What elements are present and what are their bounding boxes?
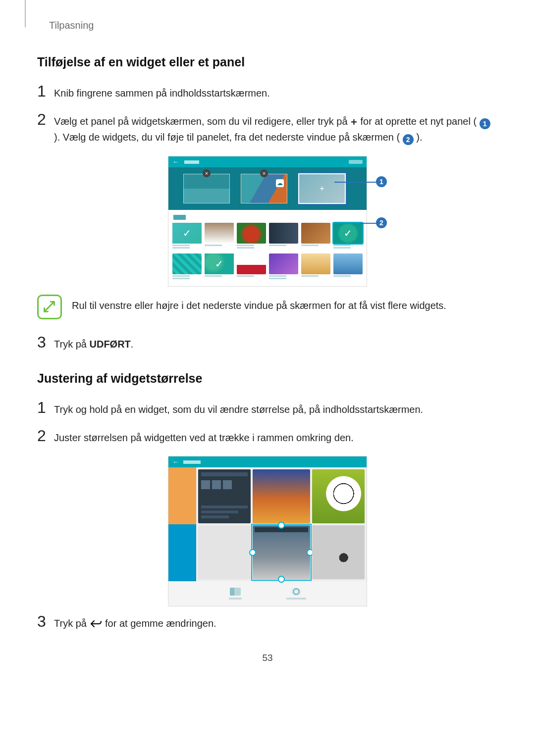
callout-dot-2: 2 (376, 217, 387, 228)
widget-caption (333, 245, 363, 251)
widget-caption (205, 275, 234, 281)
figure-resize-widget: ← (37, 456, 498, 606)
screenshot-widget-panel: ← × × ☁ + ✓ (168, 156, 367, 287)
step-number: 3 (37, 613, 54, 629)
bottombar-change-layout (286, 588, 306, 600)
step-number: 1 (37, 83, 54, 99)
step-2: 2 Juster størrelsen på widgetten ved at … (37, 428, 498, 445)
panels-row: × × ☁ + (168, 167, 367, 210)
widget-caption (172, 245, 202, 251)
check-icon: ✓ (333, 223, 363, 244)
steps-list-b: 1 Tryk og hold på en widget, som du vil … (37, 400, 498, 445)
plus-icon: + (351, 114, 357, 130)
remove-panel-icon: × (260, 169, 268, 177)
panel-2: × ☁ (241, 174, 287, 203)
step-number: 1 (37, 400, 54, 415)
back-icon (90, 617, 103, 633)
widgets-icon (230, 588, 241, 596)
widget-caption (172, 275, 202, 281)
callout-1-inline: 1 (480, 118, 490, 129)
step-number: 2 (37, 111, 54, 127)
leader-line-1 (334, 182, 378, 183)
fig1-topbar: ← (168, 156, 367, 167)
bottombar-widgets (229, 588, 242, 600)
fig2-body (168, 467, 367, 581)
steps-list-b-cont: 3 Tryk på for at gemme ændringen. (37, 613, 498, 633)
widget-tile-selected (253, 525, 311, 579)
widget-thumb (205, 223, 234, 244)
section-title-a: Tilføjelse af en widget eller et panel (37, 55, 498, 69)
widget-tile (198, 469, 251, 523)
text: ). (414, 132, 423, 143)
step-body: Tryk på for at gemme ændringen. (54, 613, 498, 633)
leader-line-2 (360, 223, 378, 224)
text: Tryk på (54, 339, 90, 350)
step-body: Juster størrelsen på widgetten ved at tr… (54, 428, 498, 445)
page-number: 53 (37, 653, 498, 663)
note-icon (37, 295, 62, 319)
step-body: Vælg et panel på widgetskærmen, som du v… (54, 111, 498, 145)
panel-1: × (183, 174, 230, 203)
widget-thumb (269, 223, 298, 244)
widget-tile (312, 469, 365, 523)
step-body: Tryk på UDFØRT. (54, 334, 498, 352)
section-title-b: Justering af widgetstørrelse (37, 371, 498, 386)
text: . (131, 339, 134, 350)
title-placeholder (183, 460, 201, 464)
widget-thumb (301, 223, 330, 244)
title-placeholder (184, 160, 199, 164)
widget-caption (205, 245, 234, 251)
text: for at oprette et nyt panel ( (358, 116, 480, 127)
steps-list-a: 1 Knib fingrene sammen på indholdsstarts… (37, 83, 498, 145)
widget-tile (312, 525, 365, 579)
step-3: 3 Tryk på for at gemme ændringen. (37, 613, 498, 633)
text: Vælg et panel på widgetskærmen, som du v… (54, 116, 350, 127)
margin-rule (25, 0, 26, 27)
widget-thumb (333, 253, 363, 274)
text: for at gemme ændringen. (103, 618, 216, 629)
check-icon: ✓ (205, 253, 234, 274)
label-placeholder (286, 598, 306, 600)
back-arrow-icon: ← (172, 458, 179, 466)
figure-widget-panel: ← × × ☁ + ✓ (37, 156, 498, 287)
callout-dot-1: 1 (376, 176, 387, 187)
manual-page: Tilpasning Tilføjelse af en widget eller… (0, 0, 535, 756)
bold-text: UDFØRT (90, 339, 131, 350)
widgets-area: ✓ ✓ ✓ (168, 210, 367, 286)
widget-grid (196, 467, 367, 581)
side-orange (168, 467, 196, 524)
step-body: Knib fingrene sammen på indholdsstartskæ… (54, 83, 498, 101)
widgets-label (173, 215, 186, 220)
step-body: Tryk og hold på en widget, som du vil æn… (54, 400, 498, 417)
widget-caption (237, 245, 266, 251)
note-block: Rul til venstre eller højre i det neders… (37, 298, 498, 319)
screenshot-resize-widget: ← (168, 456, 367, 606)
widget-tile-empty (198, 525, 251, 579)
callout-2-inline: 2 (403, 134, 414, 145)
back-arrow-icon: ← (172, 158, 179, 166)
check-icon: ✓ (172, 223, 202, 244)
running-header: Tilpasning (49, 20, 498, 31)
widget-thumb (301, 253, 330, 274)
widget-thumb (172, 253, 202, 274)
note-text: Rul til venstre eller højre i det neders… (72, 298, 446, 312)
step-1: 1 Tryk og hold på en widget, som du vil … (37, 400, 498, 417)
widget-caption (237, 275, 266, 281)
widget-thumb: ✓ (205, 253, 234, 274)
widget-thumb-selected: ✓ (333, 223, 363, 244)
widget-caption (269, 275, 298, 281)
widget-thumb (237, 223, 266, 244)
widget-grid-row-1: ✓ ✓ (172, 223, 363, 251)
step-1: 1 Knib fingrene sammen på indholdsstarts… (37, 83, 498, 101)
widget-thumb (237, 253, 266, 274)
step-number: 2 (37, 428, 54, 444)
panel-add: + (298, 173, 346, 204)
widget-thumb (269, 253, 298, 274)
widget-grid-row-2: ✓ (172, 253, 363, 281)
step-2: 2 Vælg et panel på widgetskærmen, som du… (37, 111, 498, 145)
widget-caption (301, 245, 330, 251)
step-number: 3 (37, 334, 54, 350)
fig2-topbar: ← (168, 456, 367, 467)
widget-caption (269, 245, 298, 251)
steps-list-a-cont: 3 Tryk på UDFØRT. (37, 334, 498, 352)
